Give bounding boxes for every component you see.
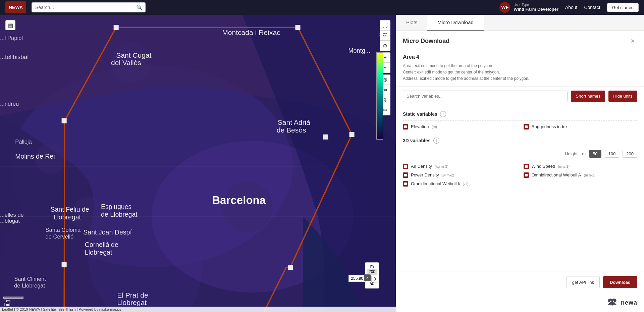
elevation-name: Elevation <box>411 124 429 129</box>
variable-power-density[interactable]: Power Density (w m-2) <box>403 172 517 178</box>
contact-link[interactable]: Contact <box>584 5 600 10</box>
variable-weibull-a[interactable]: Omnidirectional Weibull A (m s-1) <box>524 172 638 178</box>
height-100-btn[interactable]: 100 <box>605 150 620 158</box>
svg-rect-13 <box>350 132 355 137</box>
newa-logo-footer: newa <box>606 297 637 309</box>
svg-text:Santa Coloma: Santa Coloma <box>45 227 81 233</box>
user-name: Wind Farm Developer <box>514 7 558 12</box>
micro-download-panel: Micro Download × Area 4 Area: exit edit … <box>396 31 644 312</box>
svg-text:Sant Climent: Sant Climent <box>14 276 46 282</box>
elevation-unit: (m) <box>431 125 437 129</box>
area-title: Area 4 <box>403 54 637 60</box>
about-link[interactable]: About <box>565 5 578 10</box>
svg-text:Montg...: Montg... <box>348 47 370 54</box>
svg-rect-19 <box>62 118 67 123</box>
wind-speed-checkbox[interactable] <box>524 164 529 169</box>
weibull-a-name: Omnidirectional Weibull A <box>532 172 581 177</box>
colorbar-bottom-label: 0 <box>379 37 390 41</box>
hs-close-button[interactable]: × <box>364 274 371 281</box>
power-density-checkbox[interactable] <box>403 172 408 178</box>
height-50-btn[interactable]: 50 <box>589 150 601 158</box>
svg-text:...ndreu: ...ndreu <box>0 101 19 107</box>
height-row: Height: m 50 100 200 <box>403 147 637 160</box>
svg-text:Esplugues: Esplugues <box>101 203 132 210</box>
height-unit-display: m <box>582 151 586 156</box>
filter-icon: ▤ <box>8 22 13 29</box>
variables-content: Static variables i Elevation (m) Ruggedn… <box>396 106 644 271</box>
panel-footer: newa <box>396 293 644 312</box>
svg-point-3 <box>152 141 354 293</box>
svg-text:...elles de: ...elles de <box>0 212 24 218</box>
area-info: Area 4 Area: exit edit mode to get the a… <box>396 50 644 87</box>
weibull-k-checkbox[interactable] <box>403 181 408 187</box>
svg-text:Sant Cugat: Sant Cugat <box>116 51 152 59</box>
air-density-checkbox[interactable] <box>403 164 408 169</box>
svg-text:de Cervelló: de Cervelló <box>45 233 73 240</box>
svg-text:Llobregat: Llobregat <box>54 213 81 221</box>
close-button[interactable]: × <box>628 36 637 46</box>
variable-elevation[interactable]: Elevation (m) <box>403 124 517 129</box>
svg-rect-15 <box>288 265 293 270</box>
variable-air-density[interactable]: Air Density (kg m-3) <box>403 164 517 169</box>
weibull-a-unit: (m s-1) <box>584 173 595 177</box>
svg-text:Sant Joan Despí: Sant Joan Despí <box>83 228 132 236</box>
svg-point-1 <box>10 65 293 267</box>
scale-km: 2 km <box>3 299 23 303</box>
svg-text:Llobregat: Llobregat <box>117 299 147 306</box>
micro-download-header: Micro Download × <box>396 31 644 50</box>
variable-wind-speed[interactable]: Wind Speed (m s-1) <box>524 164 638 169</box>
height-200[interactable]: 200 <box>367 269 377 275</box>
short-names-button[interactable]: Short names <box>571 91 605 102</box>
static-info-icon[interactable]: i <box>440 111 446 117</box>
svg-text:...l Papiol: ...l Papiol <box>0 35 23 41</box>
static-variables-grid: Elevation (m) Ruggedness index <box>403 121 637 133</box>
svg-text:del Vallès: del Vallès <box>111 59 141 67</box>
svg-rect-21 <box>114 25 119 30</box>
svg-text:Molins de Rei: Molins de Rei <box>15 153 55 160</box>
scale-bar: 2 km 1 mi <box>3 297 23 307</box>
static-variables-header: Static variables i <box>403 106 637 120</box>
area-hint-1: Area: exit edit mode to get the area of … <box>403 63 637 69</box>
newa-footer-text: newa <box>621 299 637 306</box>
variable-ruggedness[interactable]: Ruggedness index <box>524 124 638 129</box>
newa-logo: NEWA <box>9 5 23 10</box>
ruggedness-checkbox[interactable] <box>524 124 529 129</box>
map-area[interactable]: Sant Cugat del Vallès Montcada i Reixac … <box>0 15 396 312</box>
settings-button[interactable]: ⚙ <box>380 41 390 51</box>
svg-text:Barcelona: Barcelona <box>212 194 266 206</box>
tab-plots[interactable]: Plots <box>396 15 427 31</box>
svg-marker-11 <box>64 28 352 312</box>
hide-units-button[interactable]: Hide units <box>608 91 637 102</box>
weibull-a-checkbox[interactable] <box>524 172 529 178</box>
svg-text:Montcada i Reixac: Montcada i Reixac <box>222 29 280 36</box>
power-density-unit: (w m-2) <box>442 173 454 177</box>
3d-variables-header: 3D variables i <box>403 133 637 147</box>
map-svg: Sant Cugat del Vallès Montcada i Reixac … <box>0 15 396 312</box>
svg-text:Cornellà de: Cornellà de <box>85 241 118 248</box>
elevation-checkbox[interactable] <box>403 124 408 129</box>
svg-point-9 <box>71 197 106 232</box>
user-info: User Type Wind Farm Developer <box>514 3 558 12</box>
tab-micro-download[interactable]: Micro Download <box>427 15 484 31</box>
height-200-btn[interactable]: 200 <box>623 150 637 158</box>
svg-point-51 <box>610 301 611 302</box>
download-button[interactable]: Download <box>603 276 637 288</box>
filter-button[interactable]: ▤ <box>5 20 15 30</box>
search-variables-input[interactable] <box>403 91 568 102</box>
svg-text:Sant Adrià: Sant Adrià <box>278 118 310 126</box>
svg-text:Llobregat: Llobregat <box>85 249 112 256</box>
air-density-name: Air Density <box>411 164 432 169</box>
variable-weibull-k[interactable]: Omnidirectional Weibull k (-1) <box>403 181 517 187</box>
svg-text:de Besòs: de Besòs <box>277 126 306 134</box>
svg-rect-12 <box>295 25 300 30</box>
get-started-button[interactable]: Get started <box>607 3 639 12</box>
hs-zero-label: 0 <box>371 276 378 282</box>
3d-info-icon[interactable]: i <box>433 138 439 144</box>
weibull-k-name: Omnidirectional Weibull k <box>411 181 460 186</box>
get-api-link-button[interactable]: get API link <box>567 276 600 288</box>
svg-point-52 <box>613 301 614 302</box>
colorbar <box>376 52 383 140</box>
logo-area[interactable]: NEWA <box>5 1 26 13</box>
search-input[interactable] <box>32 2 146 12</box>
fullscreen-button[interactable]: ⛶ <box>380 20 390 31</box>
